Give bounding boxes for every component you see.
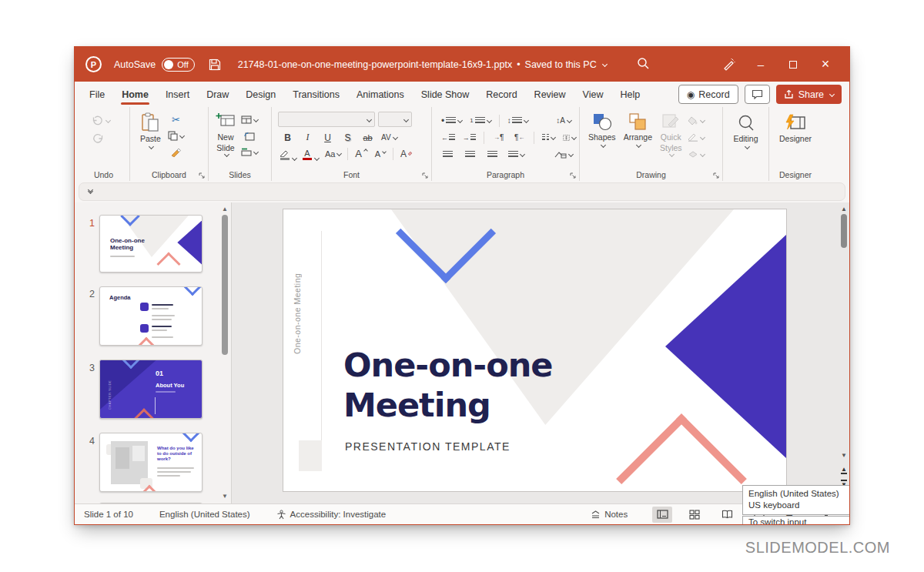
share-button[interactable]: Share [776,85,842,104]
justify-button[interactable] [508,148,524,161]
strikethrough-button[interactable]: ab [361,131,374,144]
italic-button[interactable]: I [301,131,314,144]
copy-button[interactable] [168,129,184,142]
change-case-button[interactable]: Aa [325,147,341,160]
columns-button[interactable] [542,131,555,144]
normal-view-button[interactable] [652,507,672,523]
align-right-button[interactable] [486,148,499,161]
slide-thumbnail-1[interactable]: One-on-oneMeeting [99,215,203,273]
paste-button[interactable]: Paste [138,111,163,159]
canvas-scrollbar[interactable]: ▲ ▼ ▲ ▼ [839,202,849,503]
tab-animations[interactable]: Animations [348,83,413,106]
vertical-divider-line[interactable] [321,231,322,454]
canvas-scrollbar-thumb[interactable] [841,214,847,248]
minimize-button[interactable]: – [745,47,777,82]
close-button[interactable]: × [809,47,842,82]
clipboard-dialog-launcher[interactable] [199,172,205,179]
slide-canvas[interactable]: One-on-one Meeting One-on-one Meeting PR… [232,202,849,503]
drawing-dialog-launcher[interactable] [713,172,719,179]
text-direction-button[interactable]: ↕A [556,114,571,127]
undo-button[interactable] [92,114,110,127]
slide-editor[interactable]: One-on-one Meeting One-on-one Meeting PR… [283,209,787,492]
language-indicator[interactable]: English (United States) [159,510,250,519]
accessibility-checker[interactable]: Accessibility: Investigate [276,510,387,520]
tab-transitions[interactable]: Transitions [284,83,348,106]
tab-record[interactable]: Record [477,83,525,106]
tab-slide-show[interactable]: Slide Show [413,83,478,106]
scroll-down-icon[interactable]: ▼ [220,493,229,500]
reading-view-button[interactable] [717,507,737,523]
bullets-button[interactable]: • [441,114,462,127]
slide-thumbnail-2[interactable]: Agenda [99,286,203,346]
maximize-button[interactable] [777,47,809,82]
shape-outline-button[interactable] [688,131,705,144]
slide-layout-button[interactable] [241,113,258,126]
section-button[interactable] [241,146,258,159]
font-name-combobox[interactable] [278,112,375,127]
decrease-indent-button[interactable]: ← [441,131,455,144]
editing-button[interactable]: Editing [726,112,765,150]
ltr-button[interactable]: →¶ [492,131,505,144]
text-highlight-button[interactable] [280,149,290,160]
align-center-button[interactable] [464,148,477,161]
font-dialog-launcher[interactable] [422,172,428,179]
line-spacing-list-button[interactable]: ↕ [507,114,528,127]
thumbnails-scrollbar[interactable]: ▲ ▼ [220,202,229,503]
bold-button[interactable]: B [281,131,294,144]
slide-thumbnail-4[interactable]: What do you like to do outside of work? [99,433,203,492]
comments-button[interactable] [745,85,770,104]
font-color-button[interactable]: A [303,149,312,160]
clear-formatting-button[interactable]: A [400,147,413,160]
scroll-up-icon[interactable]: ▲ [220,206,229,213]
align-left-button[interactable] [441,148,454,161]
thumbnails-scrollbar-thumb[interactable] [222,215,228,355]
tab-view[interactable]: View [574,83,612,106]
rtl-button[interactable]: ¶← [513,131,526,144]
tab-review[interactable]: Review [526,83,574,106]
pink-chevron-shape[interactable] [616,413,747,492]
save-button[interactable] [209,59,221,71]
convert-to-smartart-button[interactable] [554,148,573,161]
hide-ribbon-icon[interactable] [89,190,92,193]
character-spacing-button[interactable]: AV [381,131,397,144]
arrange-button[interactable]: Arrange [621,111,654,161]
redo-button[interactable] [92,132,105,145]
tab-help[interactable]: Help [611,83,648,106]
new-slide-button[interactable]: New Slide [213,111,238,159]
document-title[interactable]: 21748-01-one-on-one-meeting-powerpoint-t… [238,59,607,70]
notes-button[interactable]: Notes [591,510,628,519]
tab-draw[interactable]: Draw [198,83,237,106]
numbering-button[interactable]: 1 [470,114,490,127]
quick-styles-button[interactable]: Quick Styles [658,111,685,161]
slide-sorter-view-button[interactable] [685,507,705,523]
align-text-button[interactable] [563,131,576,144]
shapes-button[interactable]: Shapes [586,111,618,161]
slide-indicator[interactable]: Slide 1 of 10 [84,510,133,519]
paragraph-dialog-launcher[interactable] [570,172,576,179]
cut-button[interactable]: ✂ [168,113,184,126]
scroll-up-icon[interactable]: ▲ [839,206,849,213]
font-size-combobox[interactable] [378,112,412,127]
scroll-down-icon[interactable]: ▼ [839,452,849,460]
text-shadow-button[interactable]: S [341,131,354,144]
autosave-toggle[interactable]: Off [162,58,194,72]
designer-button[interactable]: Designer [772,112,819,145]
underline-button[interactable]: U [321,131,334,144]
shape-effects-button[interactable] [688,148,705,161]
tab-design[interactable]: Design [237,83,284,106]
shape-fill-button[interactable] [688,114,705,127]
record-button[interactable]: ◉ Record [678,85,738,104]
increase-indent-button[interactable]: → [463,131,477,144]
pen-input-icon[interactable] [712,47,745,82]
slide-subtitle[interactable]: PRESENTATION TEMPLATE [345,440,511,453]
search-button[interactable] [637,57,650,70]
slide-thumbnail-3[interactable]: CHAPTER SLIDE 01 About You [99,360,203,419]
corner-gray-block[interactable] [299,440,322,471]
previous-slide-button[interactable]: ▲ [839,466,849,474]
slide-vertical-text[interactable]: One-on-one Meeting [293,231,302,354]
increase-font-size-button[interactable]: A [354,147,367,160]
tab-insert[interactable]: Insert [157,83,198,106]
decrease-font-size-button[interactable]: A [373,147,387,160]
tab-file[interactable]: File [81,83,113,106]
tab-home[interactable]: Home [113,83,157,106]
